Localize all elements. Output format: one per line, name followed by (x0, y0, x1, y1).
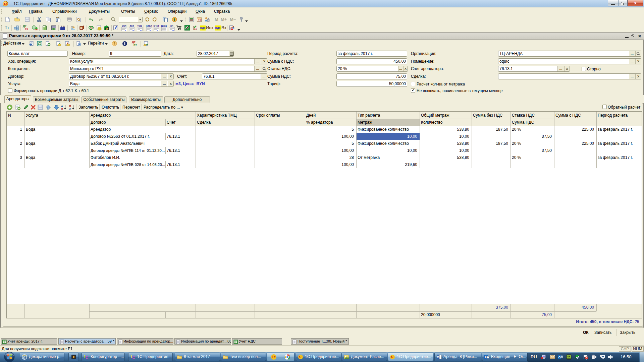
svg-text:31: 31 (198, 18, 201, 22)
svg-text:C: C (86, 355, 89, 360)
svg-text:1c: 1c (299, 356, 302, 359)
svg-text:1c: 1c (391, 356, 394, 359)
svg-text:1c: 1c (272, 355, 276, 359)
svg-text:C: C (132, 355, 135, 360)
svg-text:O: O (558, 356, 561, 359)
svg-text:?: ? (113, 42, 115, 46)
svg-text:$: $ (53, 28, 54, 30)
